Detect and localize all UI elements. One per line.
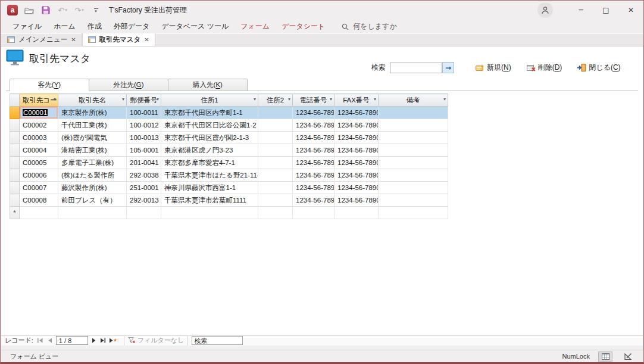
record-search-input[interactable] [192, 336, 243, 345]
column-dropdown-icon[interactable]: ▾ [254, 97, 256, 102]
account-icon[interactable] [537, 2, 553, 18]
cell[interactable] [258, 157, 293, 169]
close-form-button[interactable]: 閉じる(C) [577, 63, 620, 73]
cell[interactable]: 1234-56-7890 [293, 119, 334, 132]
column-header[interactable]: 電話番号▾ [293, 94, 334, 107]
open-folder-icon[interactable] [22, 4, 36, 17]
row-selector[interactable] [10, 132, 20, 144]
cell[interactable] [379, 169, 448, 182]
cell[interactable] [379, 194, 448, 207]
cell[interactable]: 100-0011 [127, 107, 161, 119]
column-header[interactable]: 備考▾ [379, 94, 448, 107]
ribbon-tab-external-data[interactable]: 外部データ [108, 20, 156, 33]
tab-suppliers[interactable]: 購入先(K) [168, 79, 248, 91]
cell[interactable]: 多摩電子工業(株) [58, 157, 127, 169]
cell[interactable]: 1234-56-7890 [293, 157, 334, 169]
cell[interactable]: 100-0013 [127, 132, 161, 144]
minimize-button[interactable]: ─ [568, 1, 593, 20]
cell[interactable]: 神奈川県藤沢市西富1-1 [161, 182, 258, 194]
column-dropdown-icon[interactable]: ▾ [443, 97, 446, 102]
empty-cell[interactable] [258, 207, 293, 219]
search-go-button[interactable]: → [442, 62, 454, 73]
ribbon-tab-home[interactable]: ホーム [48, 20, 82, 33]
cell[interactable]: (株)ほたる製作所 [58, 169, 127, 182]
cell[interactable]: 東京都多摩市愛宕4-7-1 [161, 157, 258, 169]
save-icon[interactable] [39, 4, 53, 17]
cell[interactable]: 1234-56-7890 [334, 157, 379, 169]
cell[interactable]: C00003 [20, 132, 58, 144]
column-header[interactable]: 郵便番号▾ [127, 94, 161, 107]
cell[interactable]: 東京都千代田区霞が関2-1-3 [161, 132, 258, 144]
column-dropdown-icon[interactable]: ▾ [157, 97, 159, 102]
cell[interactable]: C00007 [20, 182, 58, 194]
delete-record-button[interactable]: 削除(D) [527, 63, 562, 73]
previous-record-icon[interactable] [45, 337, 55, 345]
first-record-icon[interactable] [36, 337, 45, 345]
cell[interactable]: 前田プレス（有） [58, 194, 127, 207]
tab-subcontractors[interactable]: 外注先(G) [89, 79, 168, 91]
undo-icon[interactable]: ↶▾ [55, 4, 70, 17]
column-dropdown-icon[interactable]: ▾ [122, 97, 124, 102]
cell[interactable]: 1234-56-7890 [334, 132, 379, 144]
select-all-corner[interactable] [10, 94, 20, 107]
row-selector[interactable] [10, 119, 20, 132]
cell[interactable]: 292-0013 [127, 194, 161, 207]
empty-cell[interactable] [161, 207, 258, 219]
new-record-icon[interactable] [108, 337, 118, 345]
cell[interactable]: 東京製作所(株) [58, 107, 127, 119]
cell[interactable]: 港精密工業(株) [58, 144, 127, 157]
cell[interactable] [379, 107, 448, 119]
cell[interactable]: 1234-56-7890 [293, 144, 334, 157]
last-record-icon[interactable] [99, 337, 108, 345]
row-selector[interactable] [10, 182, 20, 194]
ribbon-tab-datasheet[interactable]: データシート [276, 20, 331, 33]
column-header[interactable]: 取引先コード▾ [20, 94, 58, 107]
column-dropdown-icon[interactable]: ▾ [54, 97, 56, 102]
cell[interactable]: 292-0038 [127, 169, 161, 182]
column-dropdown-icon[interactable]: ▾ [374, 97, 376, 102]
row-selector[interactable] [10, 157, 20, 169]
cell[interactable]: 1234-56-7890 [293, 107, 334, 119]
cell[interactable]: 1234-56-7890 [334, 144, 379, 157]
empty-cell[interactable] [293, 207, 334, 219]
cell[interactable]: 1234-56-7890 [334, 194, 379, 207]
column-dropdown-icon[interactable]: ▾ [330, 97, 332, 102]
new-record-button[interactable]: 新規(N) [476, 63, 511, 73]
cell[interactable]: C00006 [20, 169, 58, 182]
cell[interactable] [379, 182, 448, 194]
cell[interactable] [258, 182, 293, 194]
cell[interactable]: 1234-56-7890 [334, 107, 379, 119]
datasheet-view-button[interactable] [598, 351, 612, 362]
cell[interactable] [379, 119, 448, 132]
cell[interactable]: 東京都千代田区内幸町1-1 [161, 107, 258, 119]
cell[interactable]: 藤沢製作所(株) [58, 182, 127, 194]
ribbon-tab-database-tools[interactable]: データベース ツール [155, 20, 235, 33]
cell[interactable]: 100-0012 [127, 119, 161, 132]
cell[interactable]: C00008 [20, 194, 58, 207]
maximize-button[interactable]: □ [593, 1, 618, 20]
cell[interactable] [258, 119, 293, 132]
cell[interactable]: 201-0041 [127, 157, 161, 169]
row-selector[interactable] [10, 144, 20, 157]
cell[interactable] [258, 194, 293, 207]
close-button[interactable]: ✕ [618, 1, 643, 20]
doc-tab-close-icon[interactable]: ✕ [71, 36, 76, 43]
redo-icon[interactable]: ↷▾ [72, 4, 86, 17]
cell[interactable]: 1234-56-7890 [334, 182, 379, 194]
cell[interactable] [379, 144, 448, 157]
ribbon-tab-create[interactable]: 作成 [82, 20, 108, 33]
doc-tab-torihikisaki-master[interactable]: 取引先マスタ ✕ [82, 33, 155, 46]
column-header[interactable]: 住所2▾ [258, 94, 293, 107]
empty-cell[interactable] [334, 207, 379, 219]
empty-cell[interactable] [127, 207, 161, 219]
cell[interactable]: 105-0001 [127, 144, 161, 157]
cell[interactable]: 1234-56-7890 [334, 169, 379, 182]
next-record-icon[interactable] [89, 337, 99, 345]
cell[interactable]: C00004 [20, 144, 58, 157]
empty-cell[interactable] [58, 207, 127, 219]
row-selector[interactable] [10, 169, 20, 182]
empty-cell[interactable] [20, 207, 58, 219]
row-selector[interactable] [10, 107, 20, 119]
cell[interactable]: 1234-56-7890 [334, 119, 379, 132]
cell[interactable] [258, 107, 293, 119]
